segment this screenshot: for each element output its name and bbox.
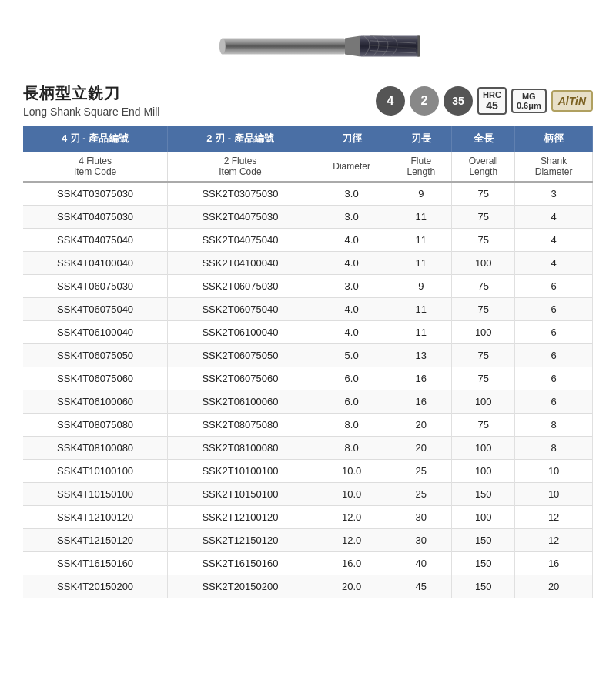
- table-cell: SSK4T06100060: [23, 390, 168, 414]
- table-cell: 16: [515, 552, 593, 575]
- table-cell: SSK4T03075030: [23, 182, 168, 206]
- table-cell: SSK4T10150100: [23, 483, 168, 506]
- table-row: SSK4T06075050SSK2T060750505.013756: [23, 344, 593, 367]
- table-cell: 10.0: [313, 483, 390, 506]
- table-cell: 20: [390, 414, 452, 437]
- table-cell: 12.0: [313, 506, 390, 529]
- table-cell: SSK2T08100080: [168, 437, 313, 460]
- table-row: SSK4T06100040SSK2T061000404.0111006: [23, 321, 593, 344]
- table-cell: 75: [452, 344, 515, 367]
- table-cell: 30: [390, 506, 452, 529]
- badge-35: 35: [444, 86, 473, 116]
- table-cell: 5.0: [313, 344, 390, 367]
- table-cell: SSK4T12150120: [23, 529, 168, 552]
- svg-rect-0: [222, 39, 345, 55]
- table-cell: SSK2T06075030: [168, 275, 313, 298]
- table-cell: 100: [452, 252, 515, 275]
- col-overalllength-en: OverallLength: [452, 152, 515, 182]
- table-cell: 6: [515, 390, 593, 414]
- table-cell: 4.0: [313, 229, 390, 252]
- table-cell: 100: [452, 390, 515, 414]
- table-body: SSK4T03075030SSK2T030750303.09753SSK4T04…: [23, 182, 593, 598]
- tool-image-area: [23, 15, 593, 83]
- table-cell: SSK2T04075040: [168, 229, 313, 252]
- mg-label: MG: [517, 92, 541, 101]
- col-diameter-zh: 刀徑: [313, 126, 390, 152]
- table-cell: 3.0: [313, 182, 390, 206]
- table-cell: 12: [515, 506, 593, 529]
- table-cell: SSK4T10100100: [23, 460, 168, 483]
- table-cell: 8: [515, 414, 593, 437]
- table-cell: SSK2T04075030: [168, 206, 313, 229]
- hrc-label: HRC: [483, 90, 501, 99]
- table-row: SSK4T06075040SSK2T060750404.011756: [23, 298, 593, 321]
- table-cell: 6: [515, 367, 593, 390]
- table-cell: 13: [390, 344, 452, 367]
- table-row: SSK4T16150160SSK2T1615016016.04015016: [23, 552, 593, 575]
- table-cell: SSK2T16150160: [168, 552, 313, 575]
- table-cell: 6: [515, 275, 593, 298]
- table-cell: SSK2T06075040: [168, 298, 313, 321]
- table-cell: 8: [515, 437, 593, 460]
- table-cell: 16: [390, 390, 452, 414]
- table-cell: 16.0: [313, 552, 390, 575]
- table-cell: 20: [390, 437, 452, 460]
- table-cell: 4.0: [313, 298, 390, 321]
- col-diameter-en: Diameter: [313, 152, 390, 182]
- table-row: SSK4T04075040SSK2T040750404.011754: [23, 229, 593, 252]
- table-cell: 6: [515, 344, 593, 367]
- svg-rect-7: [417, 35, 420, 56]
- table-row: SSK4T06100060SSK2T061000606.0161006: [23, 390, 593, 414]
- table-cell: SSK2T20150200: [168, 575, 313, 598]
- table-cell: SSK4T20150200: [23, 575, 168, 598]
- table-row: SSK4T10150100SSK2T1015010010.02515010: [23, 483, 593, 506]
- table-cell: 20: [515, 575, 593, 598]
- table-cell: 75: [452, 275, 515, 298]
- table-cell: 8.0: [313, 414, 390, 437]
- table-cell: 75: [452, 206, 515, 229]
- svg-marker-1: [345, 35, 360, 56]
- table-cell: 150: [452, 575, 515, 598]
- table-cell: 12.0: [313, 529, 390, 552]
- table-cell: SSK2T10100100: [168, 460, 313, 483]
- table-cell: 11: [390, 252, 452, 275]
- table-cell: 3.0: [313, 206, 390, 229]
- col-flutelength-en: FluteLength: [390, 152, 452, 182]
- table-cell: SSK2T06075050: [168, 344, 313, 367]
- table-cell: 75: [452, 367, 515, 390]
- table-cell: 75: [452, 182, 515, 206]
- mg-value: 0.6μm: [517, 101, 541, 110]
- table-cell: SSK4T08100080: [23, 437, 168, 460]
- table-cell: 9: [390, 275, 452, 298]
- table-row: SSK4T12150120SSK2T1215012012.03015012: [23, 529, 593, 552]
- table-cell: 8.0: [313, 437, 390, 460]
- table-row: SSK4T03075030SSK2T030750303.09753: [23, 182, 593, 206]
- table-cell: 11: [390, 298, 452, 321]
- table-cell: 4.0: [313, 252, 390, 275]
- table-cell: 75: [452, 229, 515, 252]
- header-row-en: 4 FlutesItem Code 2 FlutesItem Code Diam…: [23, 152, 593, 182]
- table-cell: 45: [390, 575, 452, 598]
- table-cell: SSK2T12100120: [168, 506, 313, 529]
- table-row: SSK4T20150200SSK2T2015020020.04515020: [23, 575, 593, 598]
- table-cell: 150: [452, 552, 515, 575]
- table-row: SSK4T06075060SSK2T060750606.016756: [23, 367, 593, 390]
- table-cell: 10: [515, 483, 593, 506]
- table-cell: SSK2T04100040: [168, 252, 313, 275]
- table-cell: 25: [390, 483, 452, 506]
- table-cell: SSK4T06075030: [23, 275, 168, 298]
- table-row: SSK4T08100080SSK2T081000808.0201008: [23, 437, 593, 460]
- table-cell: 6.0: [313, 367, 390, 390]
- table-cell: SSK2T12150120: [168, 529, 313, 552]
- table-cell: 3: [515, 182, 593, 206]
- table-row: SSK4T04075030SSK2T040750303.011754: [23, 206, 593, 229]
- table-cell: 6.0: [313, 390, 390, 414]
- table-cell: 4.0: [313, 321, 390, 344]
- table-cell: 100: [452, 437, 515, 460]
- header-row-zh: 4 刃 - 產品編號 2 刃 - 產品編號 刀徑 刃長 全長 柄徑: [23, 126, 593, 152]
- table-cell: 100: [452, 321, 515, 344]
- table-row: SSK4T12100120SSK2T1210012012.03010012: [23, 506, 593, 529]
- title-en: Long Shank Square End Mill: [23, 106, 159, 118]
- table-cell: 10.0: [313, 460, 390, 483]
- table-cell: 11: [390, 321, 452, 344]
